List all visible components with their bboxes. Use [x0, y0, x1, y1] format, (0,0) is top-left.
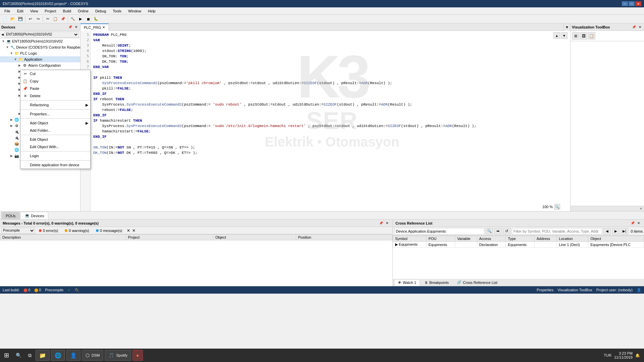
- panel-pin-button[interactable]: 📌: [67, 24, 73, 30]
- menu-debug[interactable]: Debug: [92, 8, 109, 14]
- browser-button[interactable]: 🌐: [51, 350, 65, 361]
- msg-clear-all-button[interactable]: ✕: [132, 228, 136, 233]
- ctx-refactoring[interactable]: Refactoring ▶: [20, 101, 90, 109]
- new-button[interactable]: 📄: [1, 15, 9, 23]
- viz-toolbox-title: Visualization ToolBox: [572, 25, 610, 29]
- cross-ref-nav-prev[interactable]: ◀: [603, 228, 611, 235]
- task-view-button[interactable]: ⧉: [25, 349, 34, 361]
- dsm-label: DSM: [92, 353, 100, 357]
- tab-devices[interactable]: 💻 Devices: [20, 212, 48, 219]
- tree-item-root[interactable]: ▼ 💻 ENT18050(PlcHmi)191016V02: [0, 38, 80, 44]
- precompile-dropdown[interactable]: Precompile: [1, 228, 35, 234]
- viz-pin-button[interactable]: 📌: [631, 24, 637, 30]
- codesys-button[interactable]: ●: [132, 350, 143, 361]
- code-editor[interactable]: PROGRAM PLC_PRG VAR Result:UDINT; stdout…: [91, 31, 570, 211]
- dsm-button[interactable]: ⬡ DSM: [82, 350, 103, 361]
- spotify-button[interactable]: 🎵 Spotify: [105, 350, 131, 361]
- viz-icon-1[interactable]: ⊞: [572, 32, 579, 40]
- tree-item-device[interactable]: ▼ 🔧 Device (CODESYS Control for Raspberr…: [0, 44, 80, 50]
- paste-toolbar-button[interactable]: 📌: [59, 15, 67, 23]
- cross-ref-pin-button[interactable]: 📌: [630, 221, 635, 226]
- ctx-properties[interactable]: Properties...: [20, 110, 90, 118]
- watch-tab-breakpoints[interactable]: ⏸ Breakpoints: [421, 279, 452, 286]
- ctx-login[interactable]: Login: [20, 152, 90, 160]
- start-button[interactable]: ⊞: [1, 349, 12, 361]
- run-button[interactable]: ▶: [77, 15, 84, 23]
- viz-toolbox-icons: ⊞ 🖼 📋: [571, 31, 644, 41]
- ctx-add-object[interactable]: Add Object ▶: [20, 119, 90, 127]
- panel-close-button[interactable]: ✕: [73, 24, 79, 30]
- undo-button[interactable]: ↩: [26, 15, 34, 23]
- tab-plc-prg[interactable]: PLC_PRG ✕: [80, 23, 109, 31]
- ctx-edit-object[interactable]: Edit Object: [20, 136, 90, 143]
- zoom-button[interactable]: 🔍: [554, 204, 560, 210]
- tab-pous[interactable]: POUs: [1, 212, 20, 219]
- messages-pin-button[interactable]: 📌: [378, 221, 384, 226]
- search-button[interactable]: 🔍: [13, 349, 24, 361]
- menu-window[interactable]: Window: [125, 8, 144, 14]
- maximize-button[interactable]: □: [629, 1, 635, 6]
- tree-item-plclogic[interactable]: ▼ 📁 PLC Logic: [0, 50, 80, 56]
- ctx-copy[interactable]: 📋 Copy: [20, 77, 90, 85]
- menu-help[interactable]: Help: [145, 8, 159, 14]
- context-menu: ✂ Cut 📋 Copy 📌 Paste ✕ Delete Refactorin…: [20, 70, 91, 169]
- cross-ref-nav-last[interactable]: ▶|: [621, 228, 628, 235]
- build-button[interactable]: 🔨: [69, 15, 76, 23]
- cross-ref-close-button[interactable]: ✕: [636, 221, 641, 226]
- menu-build[interactable]: Build: [60, 8, 74, 14]
- ctx-delete[interactable]: ✕ Delete: [20, 92, 90, 100]
- menu-tools[interactable]: Tools: [110, 8, 124, 14]
- scroll-down-button[interactable]: ▼: [561, 32, 568, 39]
- ctx-edit-object-with[interactable]: Edit Object With...: [20, 143, 90, 150]
- messages-header-icons: 📌 ✕: [378, 221, 390, 226]
- messages-toolbar: Precompile 0 error(s) 0 warning(s) 0 mes…: [0, 227, 392, 234]
- messages-close-button[interactable]: ✕: [384, 221, 390, 226]
- tree-nav-button[interactable]: ◀: [1, 33, 4, 36]
- cross-ref-go-button[interactable]: ➡: [494, 228, 502, 235]
- msg-clear-button[interactable]: ✕: [127, 228, 130, 233]
- viz-icon-3[interactable]: 📋: [588, 32, 595, 40]
- viz-icon-2[interactable]: 🖼: [580, 32, 587, 40]
- redo-button[interactable]: ↪: [34, 15, 42, 23]
- cross-ref-search-input[interactable]: [394, 228, 484, 235]
- crossref-tab-icon: 🔗: [457, 280, 462, 285]
- watch-tab-1[interactable]: 👁 Watch 1: [394, 279, 420, 286]
- cr-col-variable: Variable: [455, 236, 477, 242]
- cross-ref-nav-next[interactable]: ▶: [612, 228, 620, 235]
- cross-ref-search-button[interactable]: 🔍: [486, 228, 493, 235]
- watch-tab-crossref[interactable]: 🔗 Cross Reference List: [453, 279, 501, 286]
- debug-button[interactable]: 🐛: [92, 15, 100, 23]
- menu-edit[interactable]: Edit: [14, 8, 26, 14]
- scroll-up-button[interactable]: ▲: [553, 32, 560, 39]
- tab-dropdown[interactable]: ▼: [564, 23, 570, 31]
- viz-toolbox-tab-button[interactable]: Visualization ToolBox: [557, 288, 592, 292]
- tree-item-application[interactable]: ▼ 📁 Application: [0, 56, 80, 62]
- tree-item-alarm[interactable]: ▶ ⚙ Alarm Configuration: [0, 62, 80, 68]
- table-row[interactable]: ▶ Equpments Equpments Declaration Equpme…: [393, 242, 644, 248]
- cross-ref-filter-input[interactable]: [512, 228, 602, 235]
- properties-tab-button[interactable]: Properties: [537, 288, 553, 292]
- save-button[interactable]: 💾: [17, 15, 24, 23]
- minimize-button[interactable]: ─: [622, 1, 628, 6]
- ctx-paste[interactable]: 📌 Paste: [20, 85, 90, 92]
- ctx-add-folder[interactable]: Add Folder...: [20, 127, 90, 134]
- ctx-copy-label: Copy: [30, 79, 39, 83]
- copy-toolbar-button[interactable]: 📋: [52, 15, 59, 23]
- menu-project[interactable]: Project: [42, 8, 59, 14]
- user-app-button[interactable]: 👤: [66, 350, 80, 361]
- menu-view[interactable]: View: [27, 8, 41, 14]
- ctx-delete-app[interactable]: Delete application from device: [20, 161, 90, 169]
- menu-online[interactable]: Online: [75, 8, 92, 14]
- menu-file[interactable]: File: [1, 8, 13, 14]
- stop-button[interactable]: ⏹: [85, 15, 92, 23]
- tab-close-plcprg[interactable]: ✕: [102, 25, 105, 29]
- open-button[interactable]: 📂: [9, 15, 16, 23]
- cr-col-symbol: Symbol: [393, 236, 426, 242]
- explorer-button[interactable]: 📁: [36, 350, 50, 361]
- cut-toolbar-button[interactable]: ✂: [44, 15, 51, 23]
- device-dropdown[interactable]: ENT18050(PlcHmi)191016V02: [4, 32, 79, 38]
- viz-close-button[interactable]: ✕: [637, 24, 643, 30]
- ctx-cut[interactable]: ✂ Cut: [20, 70, 90, 77]
- cross-ref-refresh-button[interactable]: ↺: [503, 228, 511, 235]
- close-button[interactable]: ✕: [635, 1, 641, 6]
